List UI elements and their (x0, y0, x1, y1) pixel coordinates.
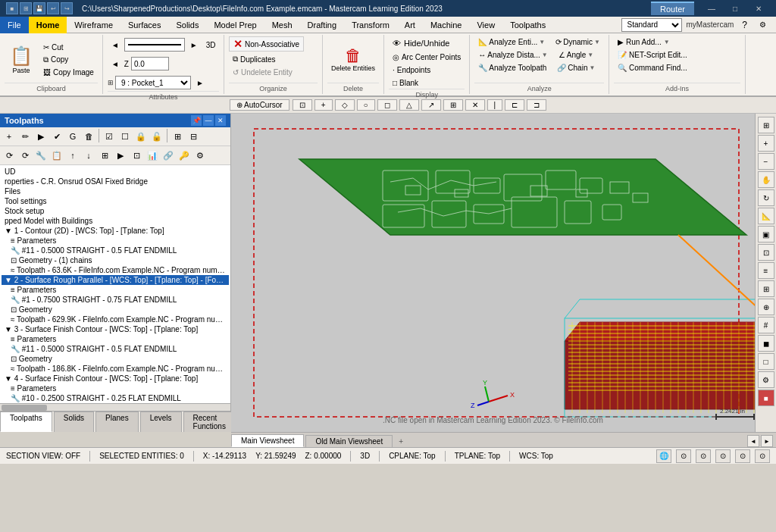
router-tab[interactable]: Router (651, 2, 694, 15)
snap-btn2[interactable]: + (314, 99, 333, 111)
tree-item-19[interactable]: ⊡ Geometry (2, 354, 229, 364)
right-btn-view5[interactable]: ⊞ (758, 280, 774, 297)
net-script-button[interactable]: 📝 NET-Script Edit... (614, 49, 691, 61)
tool-btn12[interactable]: 🔑 (177, 148, 192, 163)
menu-art[interactable]: Art (397, 17, 423, 33)
tree-item-14[interactable]: ⊡ Geometry (2, 305, 229, 315)
tree-item-3[interactable]: Tool settings (2, 196, 229, 206)
lock-btn[interactable]: 🔒 (133, 129, 149, 144)
tree-item-9[interactable]: ⊡ Geometry - (1) chains (2, 255, 229, 265)
paste-button[interactable]: 📋 Paste (5, 42, 38, 78)
tab-right-btn[interactable]: ► (761, 435, 773, 447)
autocursor-button[interactable]: ⊕ AutoCursor (230, 99, 289, 111)
post-btn[interactable]: G (65, 129, 80, 144)
right-btn-snap[interactable]: ⊕ (758, 299, 774, 315)
panel-pin-btn[interactable]: 📌 (191, 115, 202, 126)
right-btn-view1[interactable]: 📐 (758, 208, 774, 224)
tool-btn3[interactable]: 🔧 (33, 148, 48, 163)
dots-btn1[interactable]: ⊙ (676, 449, 691, 463)
collapse-btn[interactable]: ⊟ (186, 129, 201, 144)
menu-file[interactable]: File (0, 17, 29, 33)
arc-center-pts-button[interactable]: ◎ Arc Center Points (389, 52, 465, 63)
non-associative-button[interactable]: ✕ Non-Associative (229, 36, 304, 52)
expand-btn[interactable]: ⊞ (170, 129, 185, 144)
angle-button[interactable]: ∠ Angle ▼ (555, 49, 598, 61)
analyze-distance-button[interactable]: ↔ Analyze Dista... ▼ (474, 49, 551, 61)
panel-min-btn[interactable]: — (203, 115, 214, 126)
tree-item-6[interactable]: ▼ 1 - Contour (2D) - [WCS: Top] - [Tplan… (2, 226, 229, 236)
dynamic-button[interactable]: ⟳ Dynamic ▼ (552, 36, 604, 48)
tree-item-13[interactable]: 🔧 #1 - 0.7500 STRAIGHT - 0.75 FLAT ENDMI… (2, 295, 229, 305)
snap-btn3[interactable]: ◇ (335, 99, 355, 111)
edit-tp-btn[interactable]: ✏ (17, 129, 33, 144)
tool-btn9[interactable]: ⊡ (129, 148, 144, 163)
z-input[interactable] (131, 57, 169, 70)
unlock-btn[interactable]: 🔓 (149, 129, 164, 144)
menu-transform[interactable]: Transform (344, 17, 397, 33)
tab-solids[interactable]: Solids (54, 412, 94, 432)
snap-btn1[interactable]: ⊡ (293, 99, 312, 111)
undelete-button[interactable]: ↺ Undelete Entity (229, 67, 296, 78)
right-btn-red[interactable]: ■ (758, 390, 774, 406)
tree-item-1[interactable]: roperties - C.R. Onsrud OSAI Fixed Bridg… (2, 177, 229, 186)
hide-unhide-button[interactable]: 👁 Hide/Unhide (389, 36, 454, 50)
tool-btn5[interactable]: ↑ (65, 148, 80, 163)
select-all-btn[interactable]: ☑ (102, 129, 117, 144)
menu-home[interactable]: Home (29, 17, 67, 33)
tool-btn10[interactable]: 📊 (145, 148, 160, 163)
right-btn-wire[interactable]: □ (758, 353, 774, 370)
menu-surfaces[interactable]: Surfaces (120, 17, 168, 33)
tab-levels[interactable]: Levels (140, 412, 182, 432)
menu-machine[interactable]: Machine (423, 17, 470, 33)
snap-btn11[interactable]: ⊏ (505, 99, 524, 111)
viewport[interactable]: X Y Z 2.2421 in .NC file open in Masterc… (231, 114, 755, 432)
maximize-button[interactable]: □ (724, 0, 746, 17)
line-style-right[interactable]: ► (186, 36, 202, 53)
tree-item-17[interactable]: ≡ Parameters (2, 334, 229, 344)
tree-item-2[interactable]: Files (2, 186, 229, 196)
tree-item-0[interactable]: UD (2, 167, 229, 177)
horizontal-scrollbar[interactable] (0, 403, 230, 411)
settings-btn[interactable]: ⚙ (756, 17, 770, 33)
right-btn-view3[interactable]: ⊡ (758, 244, 774, 261)
tool-btn13[interactable]: ⚙ (192, 148, 208, 163)
right-btn-zoom-out[interactable]: − (758, 153, 774, 170)
tree-item-23[interactable]: 🔧 #10 - 0.2500 STRAIGHT - 0.25 FLAT ENDM… (2, 393, 229, 403)
tree-item-10[interactable]: ≈ Toolpath - 63.6K - FileInfo.com Exampl… (2, 265, 229, 275)
close-button[interactable]: ✕ (747, 0, 770, 17)
delete-entities-button[interactable]: 🗑 Delete Entities (327, 45, 379, 74)
tab-left-btn[interactable]: ◄ (747, 435, 759, 447)
dots-btn2[interactable]: ⊙ (696, 449, 711, 463)
command-find-button[interactable]: 🔍 Command Find... (614, 62, 691, 74)
tree-item-21[interactable]: ▼ 4 - Surface Finish Contour - [WCS: Top… (2, 374, 229, 383)
copy-image-button[interactable]: 🖼 Copy Image (39, 67, 98, 78)
copy-button[interactable]: ⧉ Copy (39, 54, 98, 66)
dots-btn4[interactable]: ⊙ (735, 449, 750, 463)
tree-item-15[interactable]: ≈ Toolpath - 629.9K - FileInfo.com Examp… (2, 315, 229, 324)
dots-btn3[interactable]: ⊙ (715, 449, 731, 463)
right-btn-rotate[interactable]: ↻ (758, 189, 774, 206)
add-tab-btn[interactable]: + (394, 436, 408, 447)
snap-btn10[interactable]: | (487, 99, 503, 111)
right-btn-zoom-in[interactable]: + (758, 135, 774, 152)
endpoints-button[interactable]: · Endpoints (389, 64, 434, 76)
menu-wireframe[interactable]: Wireframe (67, 17, 120, 33)
line-style-left[interactable]: ◄ (108, 36, 123, 53)
help-btn[interactable]: ? (738, 17, 751, 33)
tool-btn1[interactable]: ⟳ (2, 148, 17, 163)
tree-item-8[interactable]: 🔧 #11 - 0.5000 STRAIGHT - 0.5 FLAT ENDMI… (2, 246, 229, 255)
tree-item-5[interactable]: pped Model with Buildings (2, 216, 229, 226)
minimize-button[interactable]: — (700, 0, 723, 17)
tree-item-12[interactable]: ≡ Parameters (2, 285, 229, 295)
snap-btn9[interactable]: ✕ (465, 99, 485, 111)
blank-button[interactable]: □ Blank (389, 77, 422, 89)
right-btn-view4[interactable]: ≡ (758, 262, 774, 279)
menu-solids[interactable]: Solids (168, 17, 206, 33)
tree-item-4[interactable]: Stock setup (2, 206, 229, 216)
redo-icon[interactable]: ↪ (61, 2, 73, 14)
cut-button[interactable]: ✂ Cut (39, 42, 98, 53)
tool-btn6[interactable]: ↓ (81, 148, 96, 163)
right-btn-zoom-fit[interactable]: ⊞ (758, 117, 774, 133)
tree-item-16[interactable]: ▼ 3 - Surface Finish Contour - [WCS: Top… (2, 324, 229, 334)
tool-btn7[interactable]: ⊞ (97, 148, 112, 163)
